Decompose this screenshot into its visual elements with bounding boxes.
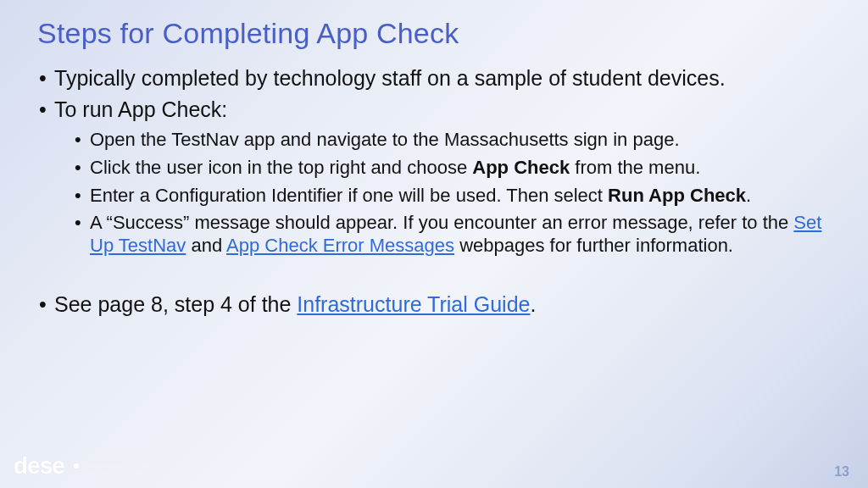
logo-wordmark: dese bbox=[14, 452, 64, 480]
bullet-list-outer-2: See page 8, step 4 of the Infrastructure… bbox=[37, 291, 831, 318]
bold-text: App Check bbox=[472, 157, 570, 178]
bullet-text: Open the TestNav app and navigate to the… bbox=[90, 129, 680, 150]
link-app-check-errors[interactable]: App Check Error Messages bbox=[226, 235, 454, 256]
spacer bbox=[37, 263, 831, 291]
slide-title: Steps for Completing App Check bbox=[37, 17, 831, 50]
logo-line1: MASSACHUSETTS bbox=[88, 455, 170, 462]
page-number: 13 bbox=[834, 464, 849, 480]
bullet-list-outer: Typically completed by technology staff … bbox=[37, 65, 831, 258]
bullet-item: To run App Check: Open the TestNav app a… bbox=[37, 97, 831, 258]
slide-content: Steps for Completing App Check Typically… bbox=[0, 0, 868, 318]
bullet-item: Typically completed by technology staff … bbox=[37, 65, 831, 92]
logo-line3: and Secondary Education bbox=[88, 469, 170, 477]
sub-bullet-item: Open the TestNav app and navigate to the… bbox=[75, 129, 831, 152]
bullet-text: . bbox=[530, 292, 536, 316]
footer-logo: dese MASSACHUSETTS Department of Element… bbox=[14, 452, 170, 480]
sub-bullet-item: Click the user icon in the top right and… bbox=[75, 157, 831, 180]
bullet-text: See page 8, step 4 of the bbox=[54, 292, 297, 316]
logo-dept-text: MASSACHUSETTS Department of Elementary a… bbox=[88, 455, 170, 477]
link-infra-trial-guide[interactable]: Infrastructure Trial Guide bbox=[297, 292, 530, 316]
bullet-item: See page 8, step 4 of the Infrastructure… bbox=[37, 291, 831, 318]
bullet-text: . bbox=[746, 185, 751, 206]
sun-icon bbox=[71, 461, 81, 471]
bold-text: Run App Check bbox=[608, 185, 746, 206]
sub-bullet-item: A “Success” message should appear. If yo… bbox=[75, 212, 831, 258]
bullet-text: A “Success” message should appear. If yo… bbox=[90, 212, 793, 233]
bullet-list-inner: Open the TestNav app and navigate to the… bbox=[75, 129, 831, 258]
bullet-text: from the menu. bbox=[570, 157, 700, 178]
bullet-text: Typically completed by technology staff … bbox=[54, 66, 726, 90]
bullet-text: Click the user icon in the top right and… bbox=[90, 157, 472, 178]
logo-line2: Department of Elementary bbox=[88, 462, 170, 469]
bullet-text: and bbox=[186, 235, 226, 256]
bullet-text: webpages for further information. bbox=[454, 235, 733, 256]
bullet-text: To run App Check: bbox=[54, 97, 227, 121]
sub-bullet-item: Enter a Configuration Identifier if one … bbox=[75, 185, 831, 208]
bullet-text: Enter a Configuration Identifier if one … bbox=[90, 185, 608, 206]
